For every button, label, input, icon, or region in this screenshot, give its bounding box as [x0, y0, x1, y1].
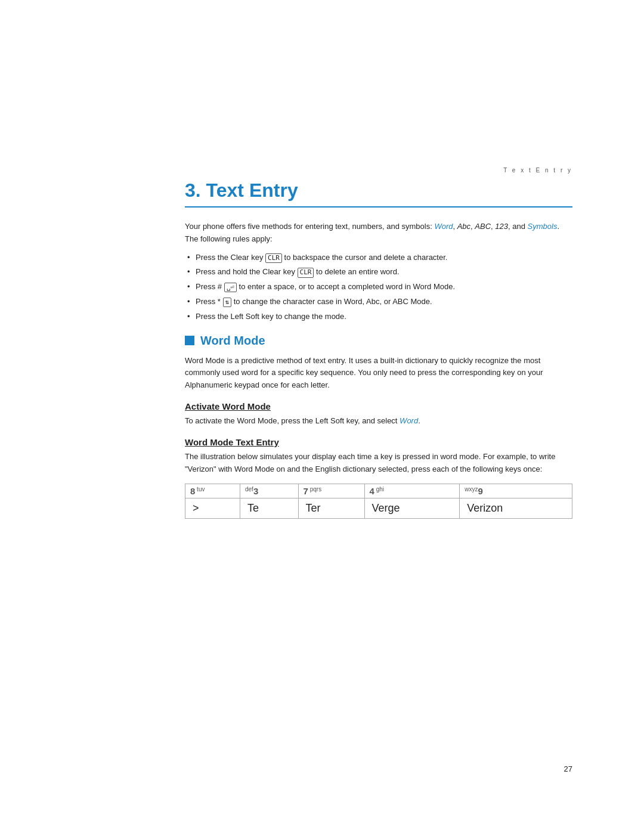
chapter-number: 3. — [185, 179, 201, 201]
rule-item-5: Press the Left Soft key to change the mo… — [185, 311, 572, 323]
section-square-icon — [185, 336, 194, 345]
chapter-header-label: T e x t E n t r y — [185, 167, 572, 174]
key-sub-7: pqrs — [308, 487, 321, 493]
rules-list: Press the Clear key CLR to backspace the… — [185, 252, 572, 323]
display-cell-4: Verge — [364, 498, 460, 519]
chapter-title-text: Text Entry — [206, 179, 298, 201]
hash-key: ␣⏎ — [224, 283, 237, 292]
page-container: T e x t E n t r y 3. Text Entry Your pho… — [0, 0, 644, 833]
key-main-3: 3 — [253, 486, 258, 496]
key-cell-8: 8 tuv — [185, 484, 240, 498]
word-mode-link: Word — [400, 416, 418, 425]
word-mode-text-entry-description: The illustration below simulates your di… — [185, 451, 572, 476]
key-label-row: 8 tuv def3 7 pqrs 4 ghi wxyz9 — [185, 484, 572, 498]
key-main-4: 4 — [370, 486, 374, 496]
activate-word-mode-title: Activate Word Mode — [185, 401, 572, 411]
display-cell-3: Ter — [298, 498, 364, 519]
key-sub-pre-9: wxyz — [465, 487, 478, 493]
rule-item-3: Press # ␣⏎ to enter a space, or to accep… — [185, 281, 572, 293]
key-cell-7: 7 pqrs — [298, 484, 364, 498]
display-cell-2: Te — [240, 498, 298, 519]
activate-text-after: . — [418, 416, 420, 425]
key-main-7: 7 — [304, 486, 308, 496]
mode-123: 123 — [495, 222, 508, 231]
mode-abc-lower: Abc — [457, 222, 470, 231]
key-main-9: 9 — [478, 486, 483, 496]
display-cell-1: > — [185, 498, 240, 519]
content-area: T e x t E n t r y 3. Text Entry Your pho… — [185, 0, 572, 519]
key-cell-3: def3 — [240, 484, 298, 498]
display-cell-5: Verizon — [460, 498, 572, 519]
rule-item-1: Press the Clear key CLR to backspace the… — [185, 252, 572, 264]
section-title-word-mode: Word Mode — [200, 334, 265, 348]
mode-symbols: Symbols — [528, 222, 558, 231]
rule-item-4: Press * ⇅ to change the character case i… — [185, 296, 572, 308]
word-mode-heading: Word Mode — [185, 334, 572, 348]
word-mode-text-entry-title: Word Mode Text Entry — [185, 437, 572, 447]
keyboard-illustration-table: 8 tuv def3 7 pqrs 4 ghi wxyz9 — [185, 484, 572, 519]
clr-key-1: CLR — [265, 253, 282, 263]
key-cell-9: wxyz9 — [460, 484, 572, 498]
key-sub-pre-3: def — [245, 487, 253, 493]
chapter-title: 3. Text Entry — [185, 179, 572, 208]
word-mode-description: Word Mode is a predictive method of text… — [185, 355, 572, 392]
page-number: 27 — [564, 764, 572, 773]
display-row: > Te Ter Verge Verizon — [185, 498, 572, 519]
rule-item-2: Press and hold the Clear key CLR to dele… — [185, 266, 572, 278]
mode-abc-upper: ABC — [475, 222, 491, 231]
key-sub-8: tuv — [195, 487, 205, 493]
intro-paragraph: Your phone offers five methods for enter… — [185, 221, 572, 246]
clr-key-2: CLR — [298, 268, 314, 277]
activate-word-mode-text: To activate the Word Mode, press the Lef… — [185, 415, 572, 428]
key-sub-4: ghi — [374, 487, 384, 493]
activate-text-before: To activate the Word Mode, press the Lef… — [185, 416, 400, 425]
key-cell-4: 4 ghi — [364, 484, 460, 498]
mode-word: Word — [434, 222, 453, 231]
star-key: ⇅ — [223, 298, 232, 307]
